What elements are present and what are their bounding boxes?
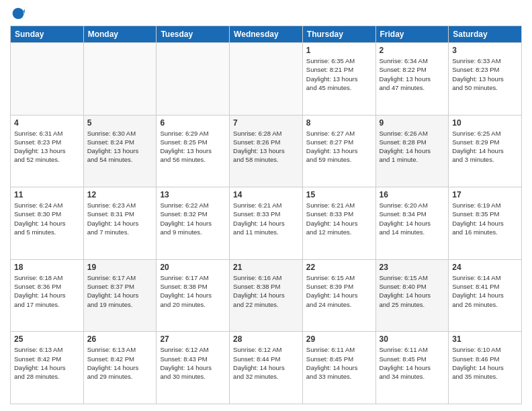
calendar-cell: 17Sunrise: 6:19 AM Sunset: 8:35 PM Dayli… [449,187,522,260]
calendar-cell [11,43,84,116]
day-number: 13 [160,190,226,199]
calendar-cell: 10Sunrise: 6:25 AM Sunset: 8:29 PM Dayli… [449,115,522,187]
calendar-cell: 29Sunrise: 6:11 AM Sunset: 8:45 PM Dayli… [302,332,375,404]
day-info: Sunrise: 6:21 AM Sunset: 8:33 PM Dayligh… [233,201,299,236]
day-info: Sunrise: 6:12 AM Sunset: 8:43 PM Dayligh… [160,345,226,381]
calendar-cell: 13Sunrise: 6:22 AM Sunset: 8:32 PM Dayli… [157,187,230,260]
day-info: Sunrise: 6:27 AM Sunset: 8:27 PM Dayligh… [306,129,372,165]
logo [10,7,25,20]
day-number: 31 [452,334,518,344]
day-info: Sunrise: 6:15 AM Sunset: 8:40 PM Dayligh… [380,273,445,309]
calendar-cell: 11Sunrise: 6:24 AM Sunset: 8:30 PM Dayli… [11,187,84,260]
calendar-cell: 9Sunrise: 6:26 AM Sunset: 8:28 PM Daylig… [375,115,449,187]
calendar-cell: 3Sunrise: 6:33 AM Sunset: 8:23 PM Daylig… [449,43,522,116]
calendar-header: SundayMondayTuesdayWednesdayThursdayFrid… [11,26,522,43]
day-info: Sunrise: 6:31 AM Sunset: 8:23 PM Dayligh… [14,129,80,165]
week-row-2: 4Sunrise: 6:31 AM Sunset: 8:23 PM Daylig… [11,115,522,187]
calendar-cell: 19Sunrise: 6:17 AM Sunset: 8:37 PM Dayli… [83,259,157,332]
day-info: Sunrise: 6:34 AM Sunset: 8:22 PM Dayligh… [380,56,445,92]
day-number: 21 [233,263,299,272]
day-info: Sunrise: 6:23 AM Sunset: 8:31 PM Dayligh… [87,201,153,236]
day-info: Sunrise: 6:13 AM Sunset: 8:42 PM Dayligh… [14,345,80,381]
calendar-table: SundayMondayTuesdayWednesdayThursdayFrid… [10,26,522,404]
day-number: 3 [452,46,518,55]
logo-icon [11,7,25,20]
day-number: 9 [380,118,445,128]
day-number: 28 [233,334,299,344]
day-number: 8 [306,118,372,128]
calendar-cell: 14Sunrise: 6:21 AM Sunset: 8:33 PM Dayli… [230,187,303,260]
day-number: 7 [233,118,299,128]
day-number: 6 [160,118,226,128]
day-info: Sunrise: 6:20 AM Sunset: 8:34 PM Dayligh… [380,201,445,236]
header-row: SundayMondayTuesdayWednesdayThursdayFrid… [11,26,522,43]
day-info: Sunrise: 6:17 AM Sunset: 8:38 PM Dayligh… [160,273,226,309]
day-number: 19 [87,263,153,272]
day-info: Sunrise: 6:24 AM Sunset: 8:30 PM Dayligh… [14,201,80,236]
day-number: 12 [87,190,153,199]
calendar-cell: 18Sunrise: 6:18 AM Sunset: 8:36 PM Dayli… [11,259,84,332]
calendar-cell: 8Sunrise: 6:27 AM Sunset: 8:27 PM Daylig… [302,115,375,187]
calendar-cell: 27Sunrise: 6:12 AM Sunset: 8:43 PM Dayli… [157,332,230,404]
calendar-cell: 12Sunrise: 6:23 AM Sunset: 8:31 PM Dayli… [83,187,157,260]
calendar-cell: 22Sunrise: 6:15 AM Sunset: 8:39 PM Dayli… [302,259,375,332]
week-row-1: 1Sunrise: 6:35 AM Sunset: 8:21 PM Daylig… [11,43,522,116]
header-day-tuesday: Tuesday [157,26,230,43]
day-info: Sunrise: 6:13 AM Sunset: 8:42 PM Dayligh… [87,345,153,381]
day-info: Sunrise: 6:21 AM Sunset: 8:33 PM Dayligh… [306,201,372,236]
logo-text [10,7,25,20]
calendar-cell: 2Sunrise: 6:34 AM Sunset: 8:22 PM Daylig… [375,43,449,116]
week-row-5: 25Sunrise: 6:13 AM Sunset: 8:42 PM Dayli… [11,332,522,404]
header-day-wednesday: Wednesday [230,26,303,43]
calendar-cell: 4Sunrise: 6:31 AM Sunset: 8:23 PM Daylig… [11,115,84,187]
day-number: 5 [87,118,153,128]
day-number: 2 [380,46,445,55]
week-row-3: 11Sunrise: 6:24 AM Sunset: 8:30 PM Dayli… [11,187,522,260]
day-info: Sunrise: 6:33 AM Sunset: 8:23 PM Dayligh… [452,56,518,92]
calendar-cell: 21Sunrise: 6:16 AM Sunset: 8:38 PM Dayli… [230,259,303,332]
calendar-cell: 20Sunrise: 6:17 AM Sunset: 8:38 PM Dayli… [157,259,230,332]
day-info: Sunrise: 6:12 AM Sunset: 8:44 PM Dayligh… [233,345,299,381]
day-number: 15 [306,190,372,199]
calendar-cell: 31Sunrise: 6:10 AM Sunset: 8:46 PM Dayli… [449,332,522,404]
day-number: 16 [380,190,445,199]
day-info: Sunrise: 6:26 AM Sunset: 8:28 PM Dayligh… [380,129,445,165]
calendar-cell: 16Sunrise: 6:20 AM Sunset: 8:34 PM Dayli… [375,187,449,260]
calendar-cell: 30Sunrise: 6:11 AM Sunset: 8:45 PM Dayli… [375,332,449,404]
calendar-cell: 1Sunrise: 6:35 AM Sunset: 8:21 PM Daylig… [302,43,375,116]
day-info: Sunrise: 6:11 AM Sunset: 8:45 PM Dayligh… [306,345,372,381]
day-number: 11 [14,190,80,199]
calendar-cell: 5Sunrise: 6:30 AM Sunset: 8:24 PM Daylig… [83,115,157,187]
calendar-body: 1Sunrise: 6:35 AM Sunset: 8:21 PM Daylig… [11,43,522,404]
calendar-cell: 23Sunrise: 6:15 AM Sunset: 8:40 PM Dayli… [375,259,449,332]
day-number: 27 [160,334,226,344]
calendar-cell [83,43,157,116]
day-info: Sunrise: 6:30 AM Sunset: 8:24 PM Dayligh… [87,129,153,165]
day-info: Sunrise: 6:25 AM Sunset: 8:29 PM Dayligh… [452,129,518,165]
day-number: 14 [233,190,299,199]
calendar-cell [230,43,303,116]
day-number: 4 [14,118,80,128]
day-number: 17 [452,190,518,199]
calendar-cell: 24Sunrise: 6:14 AM Sunset: 8:41 PM Dayli… [449,259,522,332]
day-number: 25 [14,334,80,344]
day-info: Sunrise: 6:17 AM Sunset: 8:37 PM Dayligh… [87,273,153,309]
day-info: Sunrise: 6:35 AM Sunset: 8:21 PM Dayligh… [306,56,372,92]
day-info: Sunrise: 6:16 AM Sunset: 8:38 PM Dayligh… [233,273,299,309]
header [10,7,522,20]
day-info: Sunrise: 6:15 AM Sunset: 8:39 PM Dayligh… [306,273,372,309]
day-info: Sunrise: 6:28 AM Sunset: 8:26 PM Dayligh… [233,129,299,165]
calendar-cell: 25Sunrise: 6:13 AM Sunset: 8:42 PM Dayli… [11,332,84,404]
day-number: 10 [452,118,518,128]
day-info: Sunrise: 6:29 AM Sunset: 8:25 PM Dayligh… [160,129,226,165]
day-number: 29 [306,334,372,344]
header-day-sunday: Sunday [11,26,84,43]
day-info: Sunrise: 6:22 AM Sunset: 8:32 PM Dayligh… [160,201,226,236]
day-number: 18 [14,263,80,272]
day-number: 30 [380,334,445,344]
day-number: 26 [87,334,153,344]
day-info: Sunrise: 6:14 AM Sunset: 8:41 PM Dayligh… [452,273,518,309]
calendar-cell: 28Sunrise: 6:12 AM Sunset: 8:44 PM Dayli… [230,332,303,404]
header-day-friday: Friday [375,26,449,43]
calendar-cell: 15Sunrise: 6:21 AM Sunset: 8:33 PM Dayli… [302,187,375,260]
